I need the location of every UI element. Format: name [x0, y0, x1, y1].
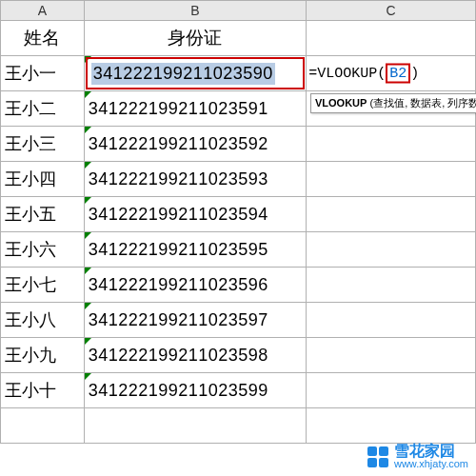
function-tooltip: VLOOKUP (查找值, 数据表, 列序数, [匹: [310, 93, 476, 113]
error-indicator-icon: [85, 268, 91, 274]
watermark-url: www.xhjaty.com: [394, 459, 468, 470]
error-indicator-icon: [85, 91, 91, 98]
watermark: 雪花家园 www.xhjaty.com: [367, 444, 468, 470]
selection-outline: 341222199211023590: [86, 57, 306, 89]
name-cell[interactable]: 王小九: [1, 338, 85, 373]
name-cell[interactable]: 王小二: [1, 91, 85, 127]
name-cell[interactable]: 王小一: [1, 56, 85, 91]
error-indicator-icon: [85, 338, 91, 345]
id-cell[interactable]: 341222199211023593: [84, 162, 307, 197]
error-indicator-icon: [85, 232, 91, 239]
spreadsheet-grid[interactable]: A B C 姓名 身份证 王小一 341222199211023590 =VLO…: [0, 0, 476, 444]
id-value: 341222199211023599: [89, 381, 268, 400]
id-cell[interactable]: 341222199211023599: [84, 373, 307, 408]
cell[interactable]: [84, 408, 307, 444]
formula-text: =VLOOKUP(B2): [307, 64, 421, 84]
table-row: 王小三 341222199211023592: [1, 127, 476, 162]
cell[interactable]: [307, 303, 476, 338]
id-cell[interactable]: 341222199211023591: [84, 91, 307, 127]
name-cell[interactable]: 王小三: [1, 127, 85, 162]
id-cell-selected[interactable]: 341222199211023590: [84, 56, 307, 91]
tooltip-args: (查找值, 数据表, 列序数, [匹: [369, 97, 476, 109]
col-header-a[interactable]: A: [1, 1, 85, 21]
tooltip-fn: VLOOKUP: [315, 97, 367, 109]
header-name[interactable]: 姓名: [1, 21, 85, 56]
error-indicator-icon: [85, 127, 91, 133]
watermark-logo-icon: [367, 446, 388, 467]
header-row: 姓名 身份证: [1, 21, 476, 56]
watermark-title: 雪花家园: [394, 444, 468, 460]
cell[interactable]: [307, 408, 476, 444]
id-cell[interactable]: 341222199211023598: [84, 338, 307, 373]
col-header-b[interactable]: B: [84, 1, 307, 21]
table-row: 王小十 341222199211023599: [1, 373, 476, 408]
error-indicator-icon: [85, 373, 91, 380]
id-cell[interactable]: 341222199211023594: [84, 197, 307, 232]
id-value: 341222199211023598: [89, 346, 268, 365]
id-value: 341222199211023596: [89, 275, 268, 294]
cell[interactable]: [307, 338, 476, 373]
cell[interactable]: [307, 373, 476, 408]
table-row: 王小四 341222199211023593: [1, 162, 476, 197]
formula-arg: B2: [386, 64, 410, 84]
cell[interactable]: [307, 268, 476, 303]
name-cell[interactable]: 王小四: [1, 162, 85, 197]
name-cell[interactable]: 王小六: [1, 232, 85, 268]
id-cell[interactable]: 341222199211023592: [84, 127, 307, 162]
error-indicator-icon: [85, 162, 91, 169]
id-value: 341222199211023597: [89, 310, 268, 329]
name-cell[interactable]: 王小七: [1, 268, 85, 303]
table-row: 王小八 341222199211023597: [1, 303, 476, 338]
cell[interactable]: [307, 162, 476, 197]
error-indicator-icon: [85, 303, 91, 309]
cell[interactable]: [1, 408, 85, 444]
cell[interactable]: [307, 232, 476, 268]
selected-value: 341222199211023590: [91, 63, 275, 85]
column-header-row: A B C: [1, 1, 476, 21]
name-cell[interactable]: 王小十: [1, 373, 85, 408]
col-header-c[interactable]: C: [307, 1, 476, 21]
table-row: 王小七 341222199211023596: [1, 268, 476, 303]
id-value: 341222199211023592: [89, 134, 268, 153]
header-id[interactable]: 身份证: [84, 21, 307, 56]
formula-prefix: =VLOOKUP(: [308, 66, 386, 82]
id-cell[interactable]: 341222199211023597: [84, 303, 307, 338]
cell[interactable]: [307, 197, 476, 232]
id-cell[interactable]: 341222199211023595: [84, 232, 307, 268]
formula-cell[interactable]: =VLOOKUP(B2): [307, 56, 476, 91]
table-row: 王小九 341222199211023598: [1, 338, 476, 373]
table-row: 王小六 341222199211023595: [1, 232, 476, 268]
name-cell[interactable]: 王小五: [1, 197, 85, 232]
table-row: 王小五 341222199211023594: [1, 197, 476, 232]
error-indicator-icon: [85, 197, 91, 204]
name-cell[interactable]: 王小八: [1, 303, 85, 338]
id-cell[interactable]: 341222199211023596: [84, 268, 307, 303]
cell-c1[interactable]: [307, 21, 476, 56]
table-row: 王小一 341222199211023590 =VLOOKUP(B2): [1, 56, 476, 91]
id-value: 341222199211023594: [89, 205, 268, 224]
id-value: 341222199211023593: [89, 169, 268, 188]
id-value: 341222199211023591: [89, 99, 268, 118]
cell[interactable]: [307, 127, 476, 162]
formula-suffix: ): [410, 66, 419, 82]
id-value: 341222199211023595: [89, 240, 268, 259]
table-row: [1, 408, 476, 444]
